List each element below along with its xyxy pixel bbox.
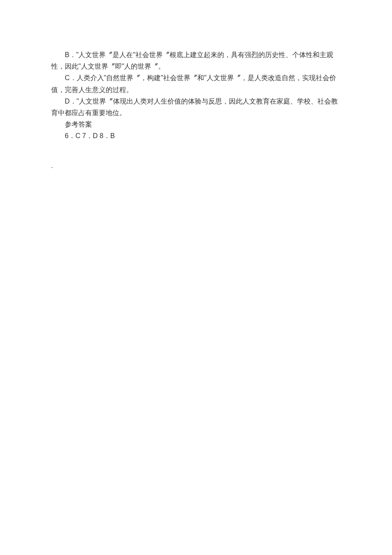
trailing-dot: .	[51, 160, 341, 171]
option-c: C．人类介入"自然世界〞，构建"社会世界〞和"人文世界〞，是人类改造自然，实现社…	[51, 72, 341, 95]
option-b: B．"人文世界〞是人在"社会世界〞根底上建立起来的，具有强烈的历史性、个体性和主…	[51, 49, 341, 72]
answers-line: 6．C 7．D 8．B	[51, 130, 341, 142]
document-page: B．"人文世界〞是人在"社会世界〞根底上建立起来的，具有强烈的历史性、个体性和主…	[0, 0, 392, 171]
option-d: D．"人文世界〞体现出人类对人生价值的体验与反思，因此人文教育在家庭、学校、社会…	[51, 95, 341, 119]
reference-answer-label: 参考答案	[51, 119, 341, 130]
